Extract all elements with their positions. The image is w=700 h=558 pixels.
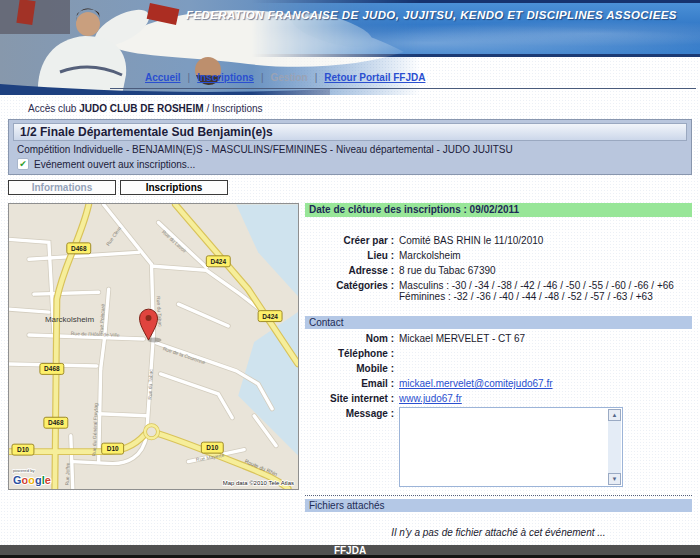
event-status-text: Evénement ouvert aux inscriptions...: [34, 159, 195, 170]
nav-inscriptions[interactable]: Inscriptions: [197, 72, 254, 83]
road-badge-d424: D424: [262, 313, 278, 320]
street-label-tabac-2: Rue du Tabac: [147, 369, 154, 400]
contact-label: Email :: [305, 376, 399, 391]
tab-bar: Informations Inscriptions: [8, 180, 692, 195]
road-badge-d10: D10: [107, 445, 119, 452]
tab-informations[interactable]: Informations: [8, 180, 116, 195]
powered-by-label: powered by: [13, 468, 35, 473]
nav-separator: |: [188, 72, 191, 83]
ffjda-inscriptions-page: FEDERATION FRANCAISE DE JUDO, JUJITSU, K…: [0, 0, 700, 558]
tab-inscriptions[interactable]: Inscriptions: [120, 180, 228, 195]
details-table: Créer par : Comité BAS RHIN le 11/10/201…: [305, 233, 692, 304]
scroll-up-icon[interactable]: ▲: [608, 409, 621, 421]
contact-value: [399, 361, 692, 376]
contact-section-bar: Contact: [305, 316, 692, 329]
detail-label: Catégories :: [305, 278, 399, 304]
contact-row-mobile: Mobile :: [305, 361, 692, 376]
contact-label: Téléphone :: [305, 346, 399, 361]
files-divider: [305, 495, 692, 496]
event-status: ✔ Evénement ouvert aux inscriptions...: [13, 155, 687, 170]
files-empty-message: Il n'y a pas de fichier attaché à cet év…: [305, 527, 692, 538]
contact-value: Mickael MERVELET - CT 67: [399, 331, 692, 346]
breadcrumb-club: JUDO CLUB DE ROSHEIM: [79, 103, 203, 114]
files-section-bar: Fichiers attachés: [305, 499, 692, 512]
contact-label: Nom :: [305, 331, 399, 346]
contact-row-email: Email : mickael.mervelet@comitejudo67.fr: [305, 376, 692, 391]
road-badge-d468: D468: [48, 419, 64, 426]
breadcrumb-rest: / Inscriptions: [206, 103, 262, 114]
detail-value: Masculins : -30 / -34 / -38 / -42 / -46 …: [399, 278, 692, 304]
scroll-down-icon[interactable]: ▼: [608, 473, 621, 485]
map-town-label: Marckolsheim: [45, 315, 95, 324]
contact-row-site: Site internet : www.judo67.fr: [305, 391, 692, 406]
nav-divider: [110, 88, 696, 89]
road-badge-d468: D468: [71, 245, 87, 252]
contact-value: [399, 346, 692, 361]
detail-label: Adresse :: [305, 263, 399, 278]
main-content: D468 D424 D424 D468 D468 D10 D10 D10 Rue…: [8, 203, 692, 538]
contact-table: Nom : Mickael MERVELET - CT 67 Téléphone…: [305, 331, 692, 489]
svg-text:Google: Google: [13, 474, 51, 486]
breadcrumb: Accès club JUDO CLUB DE ROSHEIM / Inscri…: [0, 95, 700, 114]
event-details-panel: Date de clôture des inscriptions : 09/02…: [305, 203, 692, 538]
categories-feminines: Féminines : -32 / -36 / -40 / -44 / -48 …: [399, 291, 692, 302]
road-badge-d10: D10: [17, 446, 29, 453]
detail-value: 8 rue du Tabac 67390: [399, 263, 692, 278]
email-link[interactable]: mickael.mervelet@comitejudo67.fr: [399, 378, 553, 389]
nav-separator: |: [315, 72, 318, 83]
nav-accueil[interactable]: Accueil: [145, 72, 181, 83]
google-letter: e: [45, 474, 51, 486]
event-header-box: 1/2 Finale Départementale Sud Benjamin(e…: [8, 119, 692, 175]
banner-title: FEDERATION FRANCAISE DE JUDO, JUJITSU, K…: [186, 9, 677, 21]
categories-masculins: Masculins : -30 / -34 / -38 / -42 / -46 …: [399, 280, 692, 291]
street-label-joffre: Rue Joffre: [64, 462, 71, 485]
road-badge-d468: D468: [44, 365, 60, 372]
top-navigation: Accueil | Inscriptions | Gestion | Retou…: [145, 72, 425, 83]
contact-label: Mobile :: [305, 361, 399, 376]
detail-row-adresse: Adresse : 8 rue du Tabac 67390: [305, 263, 692, 278]
detail-value: Comité BAS RHIN le 11/10/2010: [399, 233, 692, 248]
detail-row-lieu: Lieu : Marckolsheim: [305, 248, 692, 263]
detail-label: Créer par :: [305, 233, 399, 248]
contact-label: Site internet :: [305, 391, 399, 406]
nav-separator: |: [261, 72, 264, 83]
map[interactable]: D468 D424 D424 D468 D468 D10 D10 D10 Rue…: [9, 204, 298, 489]
closing-date-bar: Date de clôture des inscriptions : 09/02…: [305, 203, 692, 217]
detail-row-categories: Catégories : Masculins : -30 / -34 / -38…: [305, 278, 692, 304]
textarea-scrollbar[interactable]: ▲ ▼: [608, 409, 621, 485]
road-badge-d424: D424: [211, 258, 227, 265]
google-letter: G: [13, 474, 22, 486]
detail-value: Marckolsheim: [399, 248, 692, 263]
check-icon: ✔: [17, 158, 29, 170]
breadcrumb-prefix: Accès club: [28, 103, 76, 114]
message-textarea[interactable]: ▲ ▼: [399, 407, 623, 487]
event-title: 1/2 Finale Départementale Sud Benjamin(e…: [13, 123, 687, 141]
page-footer: FFJDA: [0, 545, 700, 558]
contact-row-telephone: Téléphone :: [305, 346, 692, 361]
contact-row-nom: Nom : Mickael MERVELET - CT 67: [305, 331, 692, 346]
nav-gestion-disabled: Gestion: [270, 72, 307, 83]
website-link[interactable]: www.judo67.fr: [399, 393, 462, 404]
map-container: D468 D424 D424 D468 D468 D10 D10 D10 Rue…: [8, 203, 299, 490]
map-attribution: Map data ©2010 Tele Atlas: [223, 480, 294, 486]
detail-row-creer-par: Créer par : Comité BAS RHIN le 11/10/201…: [305, 233, 692, 248]
event-subtitle: Compétition Individuelle - BENJAMIN(E)S …: [13, 141, 687, 155]
detail-label: Lieu :: [305, 248, 399, 263]
contact-label: Message :: [305, 406, 399, 489]
site-header: FEDERATION FRANCAISE DE JUDO, JUJITSU, K…: [0, 0, 700, 95]
google-letter: g: [35, 474, 42, 486]
nav-retour-portail[interactable]: Retour Portail FFJDA: [324, 72, 425, 83]
contact-row-message: Message : ▲ ▼: [305, 406, 692, 489]
road-badge-d10: D10: [206, 444, 218, 451]
